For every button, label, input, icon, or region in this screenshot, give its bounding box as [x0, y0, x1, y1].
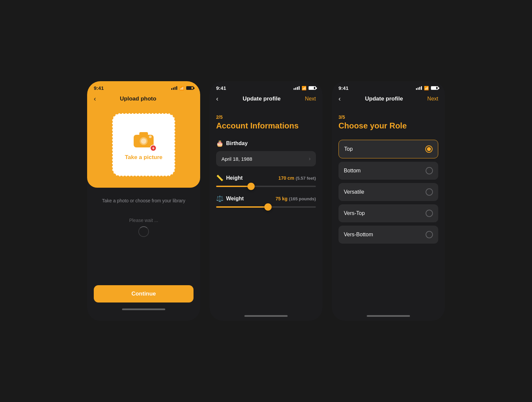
step-indicator-3: 3/5 — [338, 114, 438, 120]
role-label-vers-top: Vers-Top — [344, 210, 365, 216]
status-bar-2: 9:41 📶 — [209, 81, 323, 94]
status-time-3: 9:41 — [338, 85, 348, 91]
height-slider-fill — [216, 186, 251, 187]
home-indicator-3 — [367, 315, 410, 317]
height-slider-track — [216, 186, 316, 187]
battery-icon-2 — [309, 86, 316, 90]
weight-label-row: ⚖️ Weight 75 kg (165 pounds) — [216, 195, 316, 202]
height-slider[interactable] — [216, 186, 316, 187]
role-option-vers-top[interactable]: Vers-Top — [338, 204, 438, 222]
wifi-icon-3: 📶 — [424, 86, 429, 91]
height-slider-thumb[interactable] — [247, 183, 255, 190]
birthday-icon: 🎂 — [216, 140, 223, 147]
birthday-section: 🎂 Birthday April 18, 1988 › — [216, 140, 316, 166]
battery-icon-1 — [186, 86, 194, 90]
section-title-3: Choose your Role — [338, 121, 438, 130]
next-button-2[interactable]: Next — [305, 96, 316, 102]
signal-bar — [176, 86, 177, 90]
chevron-right-icon: › — [309, 156, 311, 162]
status-icons-1: 📶 — [171, 86, 194, 91]
back-button-3[interactable]: ‹ — [338, 95, 341, 102]
radio-versatile[interactable] — [426, 188, 433, 196]
signal-icon-1 — [171, 86, 177, 90]
back-button-2[interactable]: ‹ — [216, 95, 218, 102]
birthday-row[interactable]: April 18, 1988 › — [216, 151, 316, 166]
status-time-1: 9:41 — [94, 85, 104, 91]
radio-vers-bottom[interactable] — [426, 231, 433, 238]
weight-slider-fill — [216, 206, 268, 208]
radio-vers-top[interactable] — [426, 210, 433, 217]
weight-slider-track — [216, 206, 316, 208]
page-title-3: Update profile — [365, 96, 403, 102]
phone-1-body: Take a photo or choose from your library… — [87, 188, 200, 321]
signal-bar — [173, 88, 174, 90]
birthday-label: 🎂 Birthday — [216, 140, 316, 147]
plus-badge: + — [150, 145, 157, 151]
radio-inner-top — [427, 147, 431, 151]
phone-role: 9:41 📶 ‹ Update profile Next 3/5 — [332, 81, 445, 321]
status-icons-2: 📶 — [294, 86, 316, 91]
signal-bar — [299, 86, 300, 90]
role-option-vers-bottom[interactable]: Vers-Bottom — [338, 226, 438, 244]
upload-area-wrapper: + Take a picture — [87, 106, 200, 183]
role-option-versatile[interactable]: Versatile — [338, 183, 438, 201]
signal-bar — [419, 87, 420, 90]
signal-bar — [416, 88, 417, 90]
camera-icon-wrap: + — [132, 129, 155, 150]
weight-slider-thumb[interactable] — [264, 203, 272, 211]
battery-icon-3 — [431, 86, 438, 90]
role-label-versatile: Versatile — [344, 189, 364, 195]
signal-bar — [418, 88, 419, 90]
home-indicator-2 — [244, 315, 288, 317]
status-time-2: 9:41 — [216, 85, 226, 91]
signal-bar — [297, 87, 298, 90]
battery-fill-1 — [187, 87, 192, 89]
weight-value: 75 kg (165 pounds) — [276, 196, 316, 202]
section-title-2: Account Informations — [216, 121, 316, 130]
radio-top[interactable] — [425, 145, 433, 153]
role-label-vers-bottom: Vers-Bottom — [344, 232, 373, 238]
role-option-top[interactable]: Top — [338, 140, 438, 158]
signal-bar — [175, 87, 176, 90]
phone-3-body: 3/5 Choose your Role Top Bottom Versatil… — [332, 108, 445, 312]
please-wait-text: Please wait ... — [129, 218, 158, 223]
nav-bar-3: ‹ Update profile Next — [332, 94, 445, 108]
nav-bar-2: ‹ Update profile Next — [209, 94, 323, 108]
svg-rect-3 — [139, 132, 148, 136]
back-button-1[interactable]: ‹ — [94, 95, 96, 102]
phone-2-body: 2/5 Account Informations 🎂 Birthday Apri… — [209, 108, 323, 312]
signal-bar — [421, 86, 422, 90]
loading-spinner — [138, 226, 149, 237]
continue-button[interactable]: Continue — [94, 285, 194, 302]
battery-fill-3 — [432, 87, 436, 89]
wifi-icon-1: 📶 — [179, 86, 184, 91]
height-label-row: 📏 Height 170 cm (5.57 feet) — [216, 174, 316, 182]
weight-icon: ⚖️ — [216, 195, 223, 202]
height-value: 170 cm (5.57 feet) — [278, 175, 316, 181]
signal-bar — [295, 88, 296, 90]
signal-icon-3 — [416, 86, 422, 90]
svg-point-4 — [149, 135, 152, 138]
screens-container: 9:41 📶 ‹ Upload photo — [87, 81, 445, 321]
role-option-bottom[interactable]: Bottom — [338, 162, 438, 180]
signal-icon-2 — [294, 86, 300, 90]
radio-bottom[interactable] — [426, 167, 433, 174]
height-section: 📏 Height 170 cm (5.57 feet) — [216, 174, 316, 187]
take-picture-label: Take a picture — [125, 154, 162, 161]
phone-upload: 9:41 📶 ‹ Upload photo — [87, 81, 200, 321]
home-indicator-1 — [122, 308, 165, 310]
battery-fill-2 — [309, 87, 314, 89]
weight-slider[interactable] — [216, 206, 316, 208]
weight-section: ⚖️ Weight 75 kg (165 pounds) — [216, 195, 316, 208]
upload-box[interactable]: + Take a picture — [112, 113, 175, 176]
svg-point-2 — [141, 138, 146, 144]
status-icons-3: 📶 — [416, 86, 438, 91]
wifi-icon-2: 📶 — [302, 86, 307, 91]
next-button-3[interactable]: Next — [427, 96, 438, 102]
signal-bar — [171, 88, 172, 90]
phone-account: 9:41 📶 ‹ Update profile Next 2/5 — [209, 81, 323, 321]
signal-bar — [294, 88, 295, 90]
nav-bar-1: ‹ Upload photo — [87, 94, 200, 106]
status-bar-1: 9:41 📶 — [87, 81, 200, 94]
status-bar-3: 9:41 📶 — [332, 81, 445, 94]
